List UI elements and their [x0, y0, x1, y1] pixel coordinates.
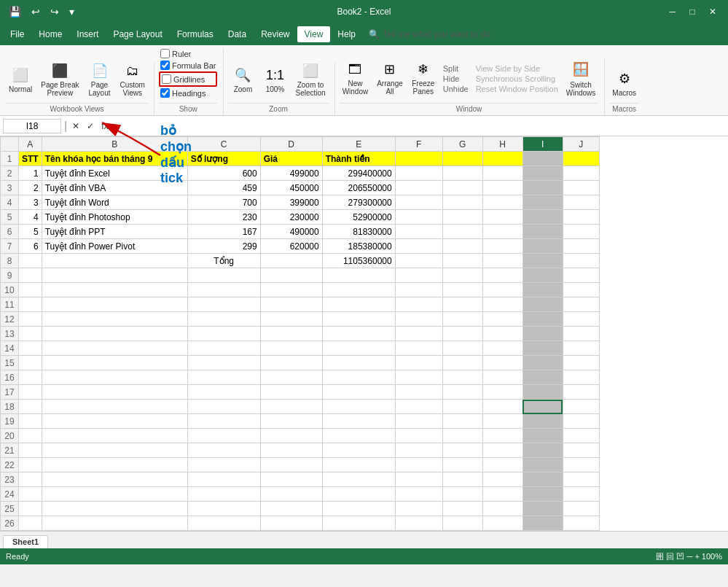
- maximize-button[interactable]: □: [684, 4, 700, 20]
- cell-r22-c0[interactable]: [19, 458, 42, 473]
- cell-r19-c4[interactable]: [322, 414, 395, 429]
- cell-r5-c4[interactable]: 52900000: [322, 210, 395, 225]
- cell-r3-c5[interactable]: [395, 181, 442, 195]
- menu-insert[interactable]: Insert: [69, 26, 106, 42]
- cell-r23-c3[interactable]: [260, 473, 322, 487]
- cell-r6-c0[interactable]: 5: [19, 225, 42, 239]
- cell-r4-c4[interactable]: 279300000: [322, 195, 395, 210]
- cell-r25-c1[interactable]: [42, 502, 187, 516]
- cell-r21-c7[interactable]: [482, 443, 522, 458]
- cell-r3-c6[interactable]: [442, 181, 482, 195]
- cell-r24-c0[interactable]: [19, 487, 42, 502]
- normal-view-button[interactable]: ⬜ Normal: [6, 66, 35, 95]
- cell-r7-c5[interactable]: [395, 239, 442, 254]
- menu-file[interactable]: File: [3, 26, 31, 42]
- cell-r19-c9[interactable]: [563, 414, 599, 429]
- cell-r12-c7[interactable]: [482, 312, 522, 327]
- undo-icon[interactable]: ↩: [28, 4, 43, 19]
- cell-r9-c2[interactable]: [187, 268, 260, 283]
- cell-r24-c3[interactable]: [260, 487, 322, 502]
- cell-r26-c9[interactable]: [563, 516, 599, 531]
- col-header-F[interactable]: F: [395, 137, 442, 152]
- cell-r24-c5[interactable]: [395, 487, 442, 502]
- cell-r21-c6[interactable]: [442, 443, 482, 458]
- cell-r22-c2[interactable]: [187, 458, 260, 473]
- cell-r26-c5[interactable]: [395, 516, 442, 531]
- cell-r14-c0[interactable]: [19, 341, 42, 356]
- page-layout-button[interactable]: 📄 Page Layout: [85, 62, 114, 98]
- cell-r13-c7[interactable]: [482, 327, 522, 341]
- cell-r18-c6[interactable]: [442, 400, 482, 414]
- cell-r20-c2[interactable]: [187, 429, 260, 443]
- cell-r10-c2[interactable]: [187, 283, 260, 298]
- save-icon[interactable]: 💾: [6, 4, 24, 19]
- cell-r2-c8[interactable]: [522, 166, 563, 181]
- cell-r25-c6[interactable]: [442, 502, 482, 516]
- cell-r26-c3[interactable]: [260, 516, 322, 531]
- menu-review[interactable]: Review: [254, 26, 297, 42]
- cell-r16-c2[interactable]: [187, 370, 260, 385]
- cell-r17-c8[interactable]: [522, 385, 563, 400]
- cell-r15-c2[interactable]: [187, 356, 260, 370]
- cell-r19-c7[interactable]: [482, 414, 522, 429]
- cell-r23-c0[interactable]: [19, 473, 42, 487]
- cell-r26-c6[interactable]: [442, 516, 482, 531]
- cell-r4-c8[interactable]: [522, 195, 563, 210]
- cell-r22-c9[interactable]: [563, 458, 599, 473]
- cell-r26-c0[interactable]: [19, 516, 42, 531]
- cell-r3-c7[interactable]: [482, 181, 522, 195]
- cell-r2-c6[interactable]: [442, 166, 482, 181]
- cell-r16-c1[interactable]: [42, 370, 187, 385]
- cell-r8-c3[interactable]: [260, 254, 322, 268]
- cell-r20-c8[interactable]: [522, 429, 563, 443]
- split-button[interactable]: Split: [441, 63, 461, 74]
- cell-r7-c1[interactable]: Tuyệt đỉnh Power Pivot: [42, 239, 187, 254]
- cell-r7-c8[interactable]: [522, 239, 563, 254]
- cell-r4-c7[interactable]: [482, 195, 522, 210]
- cell-r14-c9[interactable]: [563, 341, 599, 356]
- zoom-selection-button[interactable]: ⬜ Zoom to Selection: [292, 62, 328, 98]
- sync-scroll-button[interactable]: Synchronous Scrolling: [474, 74, 557, 84]
- cell-r3-c4[interactable]: 206550000: [322, 181, 395, 195]
- cell-r1-c4[interactable]: Thành tiền: [322, 152, 395, 166]
- cell-r20-c5[interactable]: [395, 429, 442, 443]
- cell-r7-c6[interactable]: [442, 239, 482, 254]
- cell-r21-c1[interactable]: [42, 443, 187, 458]
- cell-r7-c9[interactable]: [563, 239, 599, 254]
- cell-r8-c6[interactable]: [442, 254, 482, 268]
- cell-r14-c7[interactable]: [482, 341, 522, 356]
- cell-r9-c1[interactable]: [42, 268, 187, 283]
- cell-r5-c8[interactable]: [522, 210, 563, 225]
- cell-r17-c2[interactable]: [187, 385, 260, 400]
- cell-r10-c5[interactable]: [395, 283, 442, 298]
- cell-r13-c5[interactable]: [395, 327, 442, 341]
- cell-r20-c3[interactable]: [260, 429, 322, 443]
- cell-r26-c1[interactable]: [42, 516, 187, 531]
- cell-r9-c4[interactable]: [322, 268, 395, 283]
- cell-r13-c4[interactable]: [322, 327, 395, 341]
- cell-r19-c6[interactable]: [442, 414, 482, 429]
- cell-r11-c2[interactable]: [187, 298, 260, 312]
- headings-check[interactable]: [160, 88, 170, 98]
- cell-r11-c3[interactable]: [260, 298, 322, 312]
- cell-r25-c9[interactable]: [563, 502, 599, 516]
- cell-r15-c5[interactable]: [395, 356, 442, 370]
- cell-r11-c8[interactable]: [522, 298, 563, 312]
- cell-r10-c0[interactable]: [19, 283, 42, 298]
- cell-r6-c5[interactable]: [395, 225, 442, 239]
- cell-r25-c8[interactable]: [522, 502, 563, 516]
- sheet-tab-1[interactable]: Sheet1: [3, 535, 48, 548]
- formula-input[interactable]: [114, 120, 726, 133]
- cell-r6-c9[interactable]: [563, 225, 599, 239]
- cell-r1-c0[interactable]: STT: [19, 152, 42, 166]
- cell-r26-c7[interactable]: [482, 516, 522, 531]
- cell-r7-c3[interactable]: 620000: [260, 239, 322, 254]
- cell-r12-c5[interactable]: [395, 312, 442, 327]
- cell-r25-c7[interactable]: [482, 502, 522, 516]
- cell-r5-c5[interactable]: [395, 210, 442, 225]
- cell-r10-c8[interactable]: [522, 283, 563, 298]
- zoom-100-button[interactable]: 1:1 100%: [260, 66, 289, 95]
- cell-r6-c1[interactable]: Tuyệt đỉnh PPT: [42, 225, 187, 239]
- cell-r11-c9[interactable]: [563, 298, 599, 312]
- cell-r4-c9[interactable]: [563, 195, 599, 210]
